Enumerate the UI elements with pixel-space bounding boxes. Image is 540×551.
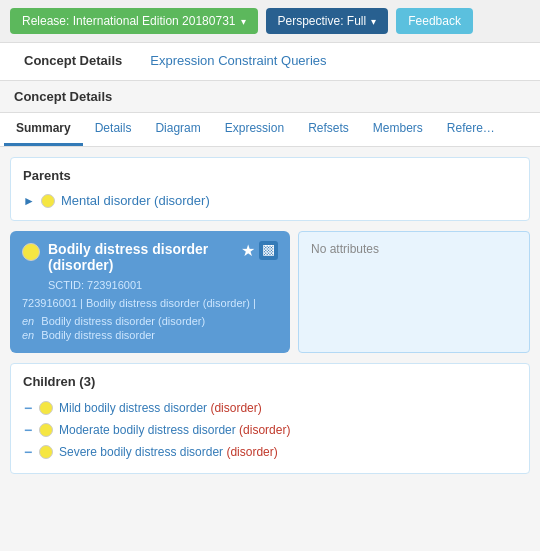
dash-icon-2: −: [23, 444, 33, 460]
concept-dot: [22, 243, 40, 261]
desc-text-0: Bodily distress disorder (disorder): [41, 315, 205, 327]
dash-icon-1: −: [23, 422, 33, 438]
toolbar: Release: International Edition 20180731 …: [0, 0, 540, 43]
concept-fullid: 723916001 | Bodily distress disorder (di…: [22, 297, 278, 309]
concept-card: Bodily distress disorder (disorder) ★ ▩ …: [10, 231, 290, 353]
sub-tabs-bar: Summary Details Diagram Expression Refse…: [0, 113, 540, 147]
lang-1: en: [22, 329, 34, 341]
tab-diagram[interactable]: Diagram: [143, 113, 212, 146]
tab-refsets[interactable]: Refsets: [296, 113, 361, 146]
children-box: Children (3) − Mild bodily distress diso…: [10, 363, 530, 474]
concept-icons: ★ ▩: [241, 241, 278, 260]
star-icon[interactable]: ★: [241, 241, 255, 260]
concept-desc-1: en Bodily distress disorder: [22, 329, 278, 341]
main-content: Parents ► Mental disorder (disorder) Bod…: [0, 147, 540, 484]
top-tabs-bar: Concept Details Expression Constraint Qu…: [0, 43, 540, 81]
child-item-2: − Severe bodily distress disorder (disor…: [23, 441, 517, 463]
concept-card-header: Bodily distress disorder (disorder) ★ ▩: [22, 241, 278, 273]
concept-dot-yellow: [41, 194, 55, 208]
parent-label[interactable]: Mental disorder (disorder): [61, 193, 210, 208]
tab-concept-details[interactable]: Concept Details: [10, 43, 136, 80]
child-label-1[interactable]: Moderate bodily distress disorder (disor…: [59, 423, 290, 437]
dash-icon-0: −: [23, 400, 33, 416]
tab-expression[interactable]: Expression: [213, 113, 296, 146]
child-text-0: Mild bodily distress disorder: [59, 401, 210, 415]
child-dot-1: [39, 423, 53, 437]
tab-expression-constraint[interactable]: Expression Constraint Queries: [136, 43, 340, 80]
expand-icon[interactable]: ►: [23, 194, 35, 208]
release-caret: ▾: [241, 16, 246, 27]
tab-details[interactable]: Details: [83, 113, 144, 146]
child-label-2[interactable]: Severe bodily distress disorder (disorde…: [59, 445, 278, 459]
parent-item: ► Mental disorder (disorder): [23, 191, 517, 210]
perspective-caret: ▾: [371, 16, 376, 27]
desc-text-1: Bodily distress disorder: [41, 329, 155, 341]
child-qualifier-0: (disorder): [210, 401, 261, 415]
feedback-label: Feedback: [408, 14, 461, 28]
child-qualifier-2: (disorder): [226, 445, 277, 459]
concept-area: Bodily distress disorder (disorder) ★ ▩ …: [10, 231, 530, 353]
child-label-0[interactable]: Mild bodily distress disorder (disorder): [59, 401, 262, 415]
children-title: Children (3): [23, 374, 517, 389]
child-dot-2: [39, 445, 53, 459]
parents-title: Parents: [23, 168, 517, 183]
perspective-button[interactable]: Perspective: Full ▾: [266, 8, 389, 34]
concept-desc-0: en Bodily distress disorder (disorder): [22, 315, 278, 327]
child-qualifier-1: (disorder): [239, 423, 290, 437]
child-item-1: − Moderate bodily distress disorder (dis…: [23, 419, 517, 441]
release-label: Release: International Edition 20180731: [22, 14, 236, 28]
section-header: Concept Details: [0, 81, 540, 113]
child-item-0: − Mild bodily distress disorder (disorde…: [23, 397, 517, 419]
child-text-2: Severe bodily distress disorder: [59, 445, 226, 459]
parents-box: Parents ► Mental disorder (disorder): [10, 157, 530, 221]
child-text-1: Moderate bodily distress disorder: [59, 423, 239, 437]
person-icon[interactable]: ▩: [259, 241, 278, 260]
perspective-label: Perspective: Full: [278, 14, 367, 28]
concept-sctid: SCTID: 723916001: [22, 279, 278, 291]
attributes-box: No attributes: [298, 231, 530, 353]
attributes-placeholder: No attributes: [311, 242, 379, 256]
tab-references[interactable]: Refere…: [435, 113, 507, 146]
feedback-button[interactable]: Feedback: [396, 8, 473, 34]
lang-0: en: [22, 315, 34, 327]
concept-title: Bodily distress disorder (disorder): [48, 241, 233, 273]
tab-summary[interactable]: Summary: [4, 113, 83, 146]
tab-members[interactable]: Members: [361, 113, 435, 146]
child-dot-0: [39, 401, 53, 415]
release-button[interactable]: Release: International Edition 20180731 …: [10, 8, 258, 34]
